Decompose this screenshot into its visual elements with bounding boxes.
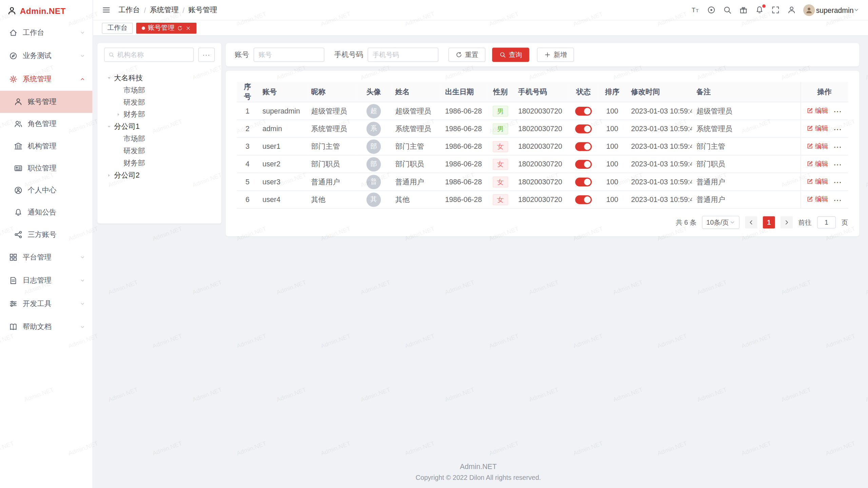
breadcrumb-item[interactable]: 工作台 [118, 5, 140, 15]
cell-account: user4 [258, 190, 307, 208]
reset-button[interactable]: 重置 [448, 47, 485, 62]
right-column: 账号 手机号码 重置 [226, 43, 859, 236]
search-button[interactable]: 查询 [492, 47, 529, 62]
sidebar-subitem-bell[interactable]: 通知公告 [0, 201, 93, 223]
edit-button[interactable]: 编辑 [807, 195, 828, 204]
org-more-button[interactable]: ··· [198, 47, 215, 62]
edit-button[interactable]: 编辑 [807, 142, 828, 151]
sidebar-item-tools[interactable]: 开发工具 [0, 292, 93, 316]
account-label: 账号 [235, 50, 249, 60]
page-size-select[interactable]: 10条/页 [702, 216, 739, 229]
status-toggle[interactable] [575, 178, 592, 186]
sidebar-item-compass[interactable]: 业务测试 [0, 44, 93, 68]
org-icon [14, 142, 23, 150]
sidebar: Admin.NET 工作台业务测试系统管理账号管理角色管理机构管理职位管理个人中… [0, 0, 93, 488]
username[interactable]: superadmin [816, 6, 854, 14]
cell-status [569, 155, 598, 173]
cell-remark: 部门主管 [692, 138, 801, 155]
cards-row: ··· 大名科技市场部研发部财务部分公司1市场部研发部财务部分公司2 账号 手机… [97, 43, 859, 236]
sidebar-subitem-share[interactable]: 三方账号 [0, 224, 93, 246]
caret-right-icon [106, 172, 112, 178]
sidebar-subitem-role[interactable]: 角色管理 [0, 113, 93, 135]
page-number-1[interactable]: 1 [763, 216, 775, 228]
org-search-box [104, 47, 194, 62]
row-more-button[interactable]: ··· [834, 143, 842, 151]
status-toggle[interactable] [575, 124, 592, 133]
gift-icon[interactable] [739, 5, 748, 14]
prev-page-button[interactable] [745, 216, 757, 228]
tree-node[interactable]: 分公司1 [104, 121, 215, 133]
chevron-down-icon[interactable] [854, 7, 859, 13]
tree-node[interactable]: 分公司2 [104, 169, 215, 182]
sidebar-subitem-profile[interactable]: 个人中心 [0, 179, 93, 201]
tree-node[interactable]: 财务部 [104, 157, 215, 169]
status-toggle[interactable] [575, 195, 592, 204]
tree-node[interactable]: 大名科技 [104, 72, 215, 84]
cell-sort: 100 [598, 155, 627, 173]
fullscreen-icon[interactable] [771, 5, 780, 14]
col-header-sort: 排序 [598, 82, 627, 102]
tree-node[interactable]: 市场部 [104, 84, 215, 96]
next-page-button[interactable] [781, 216, 793, 228]
breadcrumb: 工作台/系统管理/账号管理 [118, 5, 691, 15]
tree-node[interactable]: 研发部 [104, 96, 215, 108]
edit-button[interactable]: 编辑 [807, 177, 828, 186]
cell-name: 系统管理员 [391, 120, 441, 137]
cell-remark: 系统管理员 [692, 120, 801, 137]
tree-node[interactable]: 研发部 [104, 145, 215, 157]
phone-input[interactable] [368, 47, 438, 62]
sidebar-subitem-org[interactable]: 机构管理 [0, 135, 93, 157]
content-area: ··· 大名科技市场部研发部财务部分公司1市场部研发部财务部分公司2 账号 手机… [93, 36, 868, 488]
search-icon [108, 52, 114, 58]
cell-phone: 18020030720 [514, 155, 569, 173]
add-button[interactable]: 新增 [537, 47, 574, 62]
sidebar-subitem-label: 职位管理 [28, 163, 57, 173]
org-search-input[interactable] [117, 51, 190, 59]
sidebar-item-label: 业务测试 [23, 51, 80, 61]
share-icon [14, 230, 23, 239]
breadcrumb-item[interactable]: 系统管理 [150, 5, 179, 15]
edit-button[interactable]: 编辑 [807, 124, 828, 133]
bell-icon[interactable] [755, 5, 764, 14]
tree-node[interactable]: 市场部 [104, 133, 215, 145]
row-more-button[interactable]: ··· [834, 161, 842, 169]
status-toggle[interactable] [575, 142, 592, 151]
edit-button[interactable]: 编辑 [807, 106, 828, 116]
status-toggle[interactable] [575, 107, 592, 116]
sidebar-item-log[interactable]: 日志管理 [0, 269, 93, 292]
col-header-modified: 修改时间 [627, 82, 692, 102]
breadcrumb-separator: / [144, 6, 146, 14]
row-more-button[interactable]: ··· [834, 179, 842, 187]
tab-0[interactable]: 工作台 [102, 22, 133, 34]
sidebar-item-home[interactable]: 工作台 [0, 21, 93, 44]
cell-birthday: 1986-06-28 [441, 155, 487, 173]
person-icon[interactable] [787, 5, 796, 14]
hamburger-menu-icon[interactable] [102, 5, 111, 14]
avatar[interactable] [803, 4, 815, 16]
edit-icon [807, 196, 813, 203]
app-logo[interactable]: Admin.NET [0, 0, 93, 21]
row-more-button[interactable]: ··· [834, 197, 842, 204]
row-more-button[interactable]: ··· [834, 108, 842, 116]
sidebar-item-grid[interactable]: 平台管理 [0, 246, 93, 269]
goto-page-input[interactable] [817, 216, 836, 228]
edit-button[interactable]: 编辑 [807, 159, 828, 169]
text-size-icon[interactable]: TT [691, 5, 700, 14]
cell-nickname: 部门职员 [307, 155, 356, 173]
account-input[interactable] [254, 47, 324, 62]
row-more-button[interactable]: ··· [834, 126, 842, 134]
globe-icon[interactable] [707, 5, 716, 14]
tab-1[interactable]: 账号管理 [136, 22, 197, 34]
cell-avatar: 超 [356, 102, 391, 120]
cell-no: 6 [237, 190, 258, 208]
sidebar-item-gear[interactable]: 系统管理 [0, 67, 93, 91]
search-icon[interactable] [723, 5, 732, 14]
sidebar-subitem-user[interactable]: 账号管理 [0, 91, 93, 113]
add-label: 新增 [554, 50, 567, 60]
edit-icon [807, 107, 813, 114]
tree-node[interactable]: 财务部 [104, 108, 215, 121]
sidebar-subitem-position[interactable]: 职位管理 [0, 157, 93, 179]
grid-icon [9, 253, 18, 262]
sidebar-item-book[interactable]: 帮助文档 [0, 316, 93, 339]
status-toggle[interactable] [575, 160, 592, 168]
